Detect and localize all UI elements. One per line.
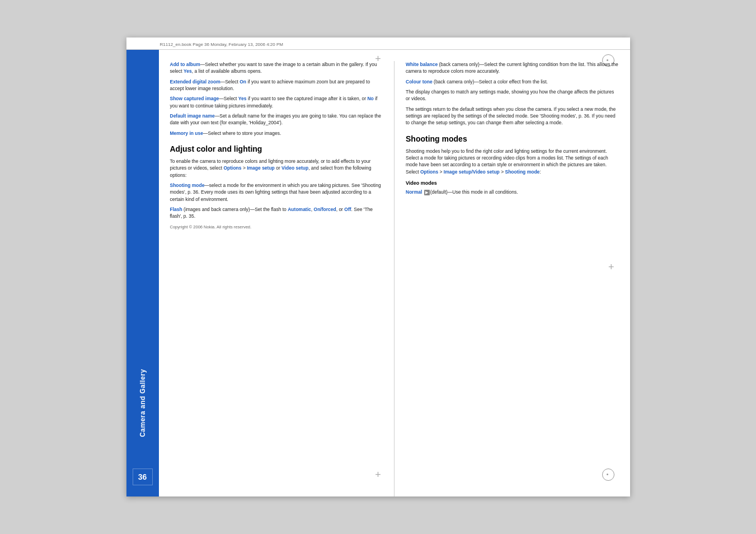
left-column: Add to album—Select whether you want to … xyxy=(159,61,395,496)
video-setup-link: Video setup xyxy=(281,165,308,171)
normal-icon: ▶ xyxy=(424,190,430,195)
image-video-setup-link: Image setup/Video setup xyxy=(444,169,500,175)
options-link1: Options xyxy=(223,165,241,171)
right-column: White balance (back camera only)—Select … xyxy=(395,61,630,496)
video-modes-heading: Video modes xyxy=(406,180,619,187)
book-page: R1112_en.book Page 36 Monday, February 1… xyxy=(126,38,630,496)
yes-link2: Yes xyxy=(238,96,247,101)
normal-mode-para: Normal ▶(default)—Use this mode in all c… xyxy=(406,189,619,195)
white-balance-para: White balance (back camera only)—Select … xyxy=(406,61,619,75)
shooting-modes-intro: Shooting modes help you to find the righ… xyxy=(406,148,619,175)
colour-tone-term: Colour tone xyxy=(406,79,433,85)
default-name-term: Default image name xyxy=(170,113,215,119)
extended-zoom-term: Extended digital zoom xyxy=(170,79,220,85)
show-captured-para: Show captured image—Select Yes if you wa… xyxy=(170,95,383,109)
header-bar: R1112_en.book Page 36 Monday, February 1… xyxy=(126,38,630,50)
header-text: R1112_en.book Page 36 Monday, February 1… xyxy=(160,42,283,47)
copyright: Copyright © 2006 Nokia. All rights reser… xyxy=(170,224,383,231)
memory-term: Memory in use xyxy=(170,130,204,136)
shooting-modes-heading: Shooting modes xyxy=(406,133,619,144)
adjust-color-heading: Adjust color and lighting xyxy=(170,143,383,154)
on-link1: On xyxy=(240,79,246,85)
display-changes-para: The display changes to match any setting… xyxy=(406,88,619,102)
shooting-mode-term: Shooting mode xyxy=(170,182,205,188)
yes-link1: Yes xyxy=(184,68,192,74)
white-balance-term: White balance xyxy=(406,62,438,67)
page-container: R1112_en.book Page 36 Monday, February 1… xyxy=(0,0,756,534)
page-number: 36 xyxy=(133,469,153,485)
image-setup-link: Image setup xyxy=(247,165,275,171)
options-link2: Options xyxy=(420,169,438,175)
show-captured-term: Show captured image xyxy=(170,96,219,101)
shooting-mode-link: Shooting mode xyxy=(505,169,539,175)
memory-para: Memory in use—Select where to store your… xyxy=(170,130,383,137)
no-link: No xyxy=(367,96,373,101)
settings-return-para: The settings return to the default setti… xyxy=(406,106,619,127)
left-sidebar: Camera and Gallery 36 xyxy=(126,50,159,496)
flash-para: Flash (images and back camera only)—Set … xyxy=(170,206,383,220)
colour-tone-para: Colour tone (back camera only)—Select a … xyxy=(406,78,619,85)
add-to-album-term: Add to album xyxy=(170,62,200,67)
main-content: Add to album—Select whether you want to … xyxy=(159,50,630,496)
content-area: Camera and Gallery 36 Add to album—Selec… xyxy=(126,50,630,496)
flash-term: Flash xyxy=(170,207,182,212)
automatic-link: Automatic xyxy=(288,207,311,212)
onforced-link: On/forced xyxy=(314,207,336,212)
shooting-mode-para: Shooting mode—select a mode for the envi… xyxy=(170,182,383,203)
adjust-color-intro: To enable the camera to reproduce colors… xyxy=(170,158,383,179)
normal-term: Normal xyxy=(406,189,422,195)
off-link: Off xyxy=(344,207,351,212)
extended-zoom-para: Extended digital zoom—Select On if you w… xyxy=(170,78,383,92)
sidebar-label: Camera and Gallery xyxy=(139,369,147,437)
default-name-para: Default image name—Set a default name fo… xyxy=(170,113,383,127)
add-to-album-para: Add to album—Select whether you want to … xyxy=(170,61,383,75)
